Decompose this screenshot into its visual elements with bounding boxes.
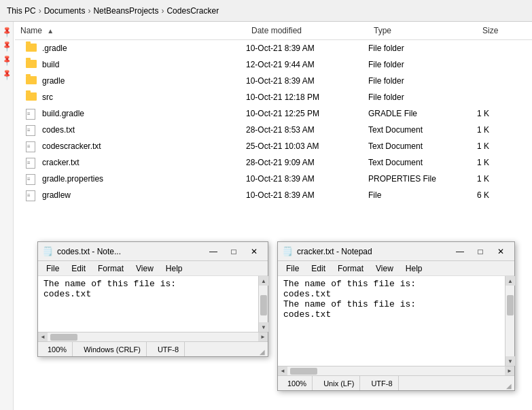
breadcrumb-codescracker[interactable]: CodesCracker	[166, 6, 219, 16]
breadcrumb[interactable]: This PC › Documents › NetBeansProjects ›…	[0, 0, 532, 22]
notepad-codes: 🗒️ codes.txt - Note... — □ ✕ File Edit F…	[37, 241, 268, 357]
file-name: gradle	[42, 76, 246, 86]
scroll-up-arrow-2[interactable]: ▲	[506, 276, 515, 286]
pin-icon-3: 📌	[0, 68, 13, 81]
menu2-edit[interactable]: Edit	[306, 262, 331, 275]
file-date: 28-Oct-21 8:53 AM	[246, 125, 368, 135]
status-zoom-2: 100%	[282, 376, 313, 390]
menu-view[interactable]: View	[130, 262, 159, 275]
file-row[interactable]: src10-Oct-21 12:18 PMFile folder	[26, 89, 532, 105]
menu-help[interactable]: Help	[160, 262, 188, 275]
file-name: codescracker.txt	[42, 141, 246, 151]
content-line-0: The name of this file is:	[43, 279, 255, 289]
notepad-cracker-content[interactable]: The name of this file is: codes.txt The …	[278, 276, 514, 366]
file-row[interactable]: .gradle10-Oct-21 8:39 AMFile folder	[26, 40, 532, 56]
col-header-type[interactable]: Type	[368, 24, 477, 37]
resize-grip-2[interactable]: ◢	[506, 382, 514, 390]
file-row[interactable]: codescracker.txt25-Oct-21 10:03 AMText D…	[26, 138, 532, 154]
scrollbar-vertical[interactable]: ▲ ▼	[258, 276, 268, 332]
close-button[interactable]: ✕	[245, 245, 264, 258]
file-name: gradle.properties	[42, 174, 246, 184]
menu-edit[interactable]: Edit	[66, 262, 91, 275]
file-row[interactable]: cracker.txt28-Oct-21 9:09 AMText Documen…	[26, 154, 532, 171]
notepad-codes-icon: 🗒️	[42, 246, 53, 257]
doc-icon	[26, 125, 35, 136]
file-row[interactable]: gradlew10-Oct-21 8:39 AMFile6 K	[26, 187, 532, 203]
scroll-down-arrow-2[interactable]: ▼	[506, 356, 515, 366]
breadcrumb-thispc[interactable]: This PC	[7, 6, 36, 16]
breadcrumb-sep-0: ›	[39, 6, 41, 16]
scroll-down-arrow[interactable]: ▼	[259, 322, 268, 332]
pin-icon-2: 📌	[0, 54, 13, 67]
menu2-file[interactable]: File	[281, 262, 304, 275]
file-name: cracker.txt	[42, 158, 246, 167]
status-line-ending: Windows (CRLF)	[78, 342, 147, 356]
file-date: 10-Oct-21 8:39 AM	[246, 174, 368, 184]
scrollbar-vertical-2[interactable]: ▲ ▼	[505, 276, 514, 366]
scroll-up-arrow[interactable]: ▲	[259, 276, 268, 286]
menu-file[interactable]: File	[41, 262, 65, 275]
breadcrumb-sep-2: ›	[161, 6, 164, 16]
maximize-button-2[interactable]: □	[471, 245, 490, 258]
file-row[interactable]: codes.txt28-Oct-21 8:53 AMText Document1…	[26, 122, 532, 138]
doc-icon	[26, 174, 35, 185]
minimize-button[interactable]: —	[204, 245, 223, 258]
close-button-2[interactable]: ✕	[491, 245, 510, 258]
minimize-button-2[interactable]: —	[450, 245, 469, 258]
scroll-thumb-2[interactable]	[507, 295, 514, 315]
notepad-cracker-titlebar[interactable]: 🗒️ cracker.txt - Notepad — □ ✕	[278, 242, 514, 261]
scrollbar-horizontal[interactable]: ◄ ►	[38, 332, 268, 341]
sidebar-pins: 📌 📌 📌 📌	[0, 22, 14, 410]
hscroll-track[interactable]	[48, 332, 258, 342]
scroll-thumb[interactable]	[260, 295, 267, 315]
file-name: gradlew	[42, 190, 246, 200]
hscroll-right-arrow[interactable]: ►	[258, 332, 268, 342]
col-header-name[interactable]: Name ▲	[15, 24, 246, 37]
file-row[interactable]: build.gradle10-Oct-21 12:25 PMGRADLE Fil…	[26, 105, 532, 122]
notepad-cracker-title: cracker.txt - Notepad	[297, 247, 450, 256]
notepad-cracker-statusbar: 100% Unix (LF) UTF-8 ◢	[278, 375, 514, 390]
notepad-codes-titlebar[interactable]: 🗒️ codes.txt - Note... — □ ✕	[38, 242, 268, 261]
menu2-help[interactable]: Help	[400, 262, 428, 275]
menu2-format[interactable]: Format	[332, 262, 369, 275]
breadcrumb-netbeans[interactable]: NetBeansProjects	[93, 6, 158, 16]
menu-format[interactable]: Format	[92, 262, 129, 275]
hscroll-thumb[interactable]	[50, 334, 77, 341]
folder-icon	[26, 76, 37, 84]
resize-grip[interactable]: ◢	[260, 348, 268, 356]
file-row[interactable]: gradle.properties10-Oct-21 8:39 AMPROPER…	[26, 171, 532, 187]
notepad-cracker-body: The name of this file is: codes.txt The …	[278, 276, 514, 366]
folder-icon	[26, 44, 37, 52]
file-name: src	[42, 92, 246, 102]
notepad-codes-content[interactable]: The name of this file is: codes.txt	[38, 276, 268, 332]
hscroll-right-arrow-2[interactable]: ►	[505, 366, 514, 376]
file-type: Text Document	[368, 125, 477, 135]
file-list: .gradle10-Oct-21 8:39 AMFile folderbuild…	[15, 40, 532, 203]
file-type: Text Document	[368, 141, 477, 151]
file-row[interactable]: gradle10-Oct-21 8:39 AMFile folder	[26, 73, 532, 89]
hscroll-track-2[interactable]	[287, 366, 505, 376]
hscroll-left-arrow-2[interactable]: ◄	[278, 366, 287, 376]
maximize-button[interactable]: □	[224, 245, 243, 258]
file-type: File folder	[368, 76, 477, 86]
titlebar-buttons-2: — □ ✕	[450, 245, 510, 258]
status-zoom: 100%	[42, 342, 73, 356]
col-header-size[interactable]: Size	[477, 24, 531, 37]
doc-icon	[26, 141, 35, 152]
status-encoding: UTF-8	[152, 342, 185, 356]
file-size: 1 K	[477, 141, 531, 151]
scrollbar-horizontal-2[interactable]: ◄ ►	[278, 366, 514, 375]
file-name: build.gradle	[42, 109, 246, 118]
menu2-view[interactable]: View	[370, 262, 399, 275]
notepad-codes-statusbar: 100% Windows (CRLF) UTF-8 ◢	[38, 341, 268, 356]
hscroll-thumb-2[interactable]	[290, 368, 317, 375]
notepad-codes-body: The name of this file is: codes.txt ▲ ▼	[38, 276, 268, 332]
breadcrumb-documents[interactable]: Documents	[44, 6, 86, 16]
file-size: 1 K	[477, 158, 531, 167]
pin-icon-1: 📌	[0, 39, 13, 52]
col-header-date[interactable]: Date modified	[246, 24, 368, 37]
hscroll-left-arrow[interactable]: ◄	[38, 332, 48, 342]
file-type: File	[368, 190, 477, 200]
file-date: 10-Oct-21 8:39 AM	[246, 44, 368, 53]
file-row[interactable]: build12-Oct-21 9:44 AMFile folder	[26, 56, 532, 73]
